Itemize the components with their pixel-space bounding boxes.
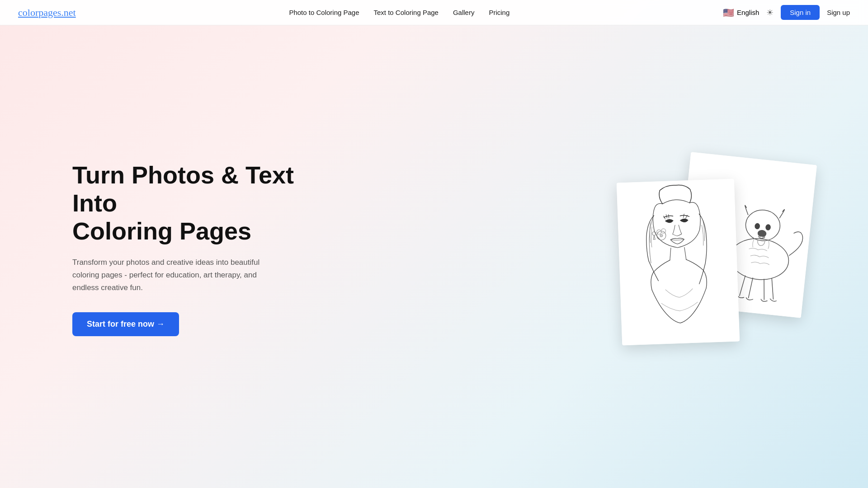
hero-section: Turn Photos & Text Into Coloring Pages T… bbox=[0, 0, 868, 488]
hero-title: Turn Photos & Text Into Coloring Pages bbox=[72, 161, 316, 245]
navbar: colorpages.net Photo to Coloring Page Te… bbox=[0, 0, 868, 25]
signin-button[interactable]: Sign in bbox=[781, 5, 820, 20]
theme-toggle-button[interactable]: ☀ bbox=[766, 8, 774, 18]
flag-icon: 🇺🇸 bbox=[723, 7, 734, 18]
signup-button[interactable]: Sign up bbox=[827, 9, 850, 16]
site-logo[interactable]: colorpages.net bbox=[18, 7, 76, 19]
hero-images bbox=[606, 145, 814, 352]
svg-rect-11 bbox=[617, 179, 740, 346]
nav-right: 🇺🇸 English ☀ Sign in Sign up bbox=[723, 5, 850, 20]
cta-button[interactable]: Start for free now → bbox=[72, 312, 179, 336]
nav-pricing-link[interactable]: Pricing bbox=[489, 9, 509, 16]
language-label: English bbox=[737, 9, 759, 16]
svg-point-16 bbox=[660, 234, 663, 237]
nav-gallery-link[interactable]: Gallery bbox=[453, 9, 475, 16]
nav-photo-link[interactable]: Photo to Coloring Page bbox=[289, 9, 359, 16]
language-selector[interactable]: 🇺🇸 English bbox=[723, 7, 759, 18]
woman-illustration bbox=[617, 179, 740, 346]
svg-point-8 bbox=[765, 225, 770, 230]
coloring-card-woman bbox=[617, 179, 740, 346]
hero-subtitle: Transform your photos and creative ideas… bbox=[72, 256, 280, 294]
nav-links: Photo to Coloring Page Text to Coloring … bbox=[289, 9, 509, 16]
svg-point-7 bbox=[755, 223, 760, 229]
nav-text-link[interactable]: Text to Coloring Page bbox=[374, 9, 439, 16]
hero-text: Turn Photos & Text Into Coloring Pages T… bbox=[72, 161, 316, 336]
